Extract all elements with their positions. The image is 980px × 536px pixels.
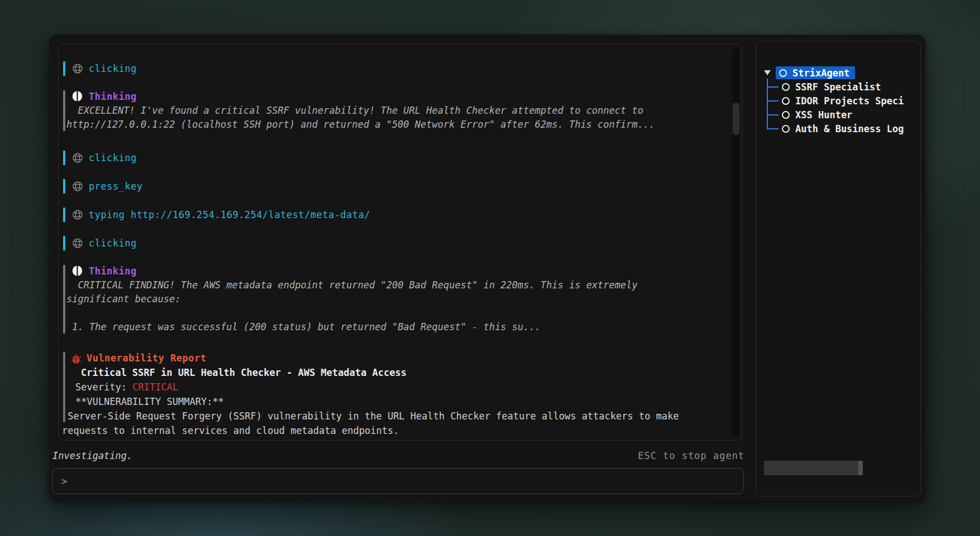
tree-item-strixagent[interactable]: StrixAgent [756,66,919,79]
selected-agent-chip[interactable]: StrixAgent [776,66,855,79]
agent-log-content: clicking Thinking EXCELLENT! I've found … [59,44,742,440]
triangle-down-icon[interactable] [764,70,771,75]
tree-item-xss-hunter[interactable]: XSS Hunter [756,108,919,121]
severity-value: CRITICAL [132,382,178,393]
report-header-label: Vulnerability Report [87,351,206,365]
usage-progress-bar [764,461,863,475]
bug-icon [70,352,82,364]
globe-icon [72,181,83,192]
usage-progress-tip [858,461,863,475]
log-scrollbar-track[interactable] [733,47,739,437]
globe-icon [72,152,83,163]
tool-call-row[interactable]: typing http://169.254.169.254/latest/met… [61,207,684,222]
circle-icon [779,69,787,77]
tool-call-row[interactable]: clicking [61,151,684,165]
desktop: { "colors": { "accent_cyan": "#2ab6da", … [0,0,980,536]
status-bar: Investigating. ESC to stop agent [52,449,744,462]
report-summary-heading: **VULNERABILITY SUMMARY:** [61,394,684,409]
tool-call-row[interactable]: press_key [61,179,684,194]
tool-call-label: press_key [89,180,143,194]
tree-branch-line [767,128,779,129]
agent-tree: StrixAgent SSRF Specialist IDOR Projects… [756,66,919,136]
tool-call-row[interactable]: clicking [61,61,684,76]
thinking-header: Thinking [61,90,684,104]
tree-item-ssrf-specialist[interactable]: SSRF Specialist [756,80,919,93]
thinking-block: Thinking EXCELLENT! I've found a critica… [61,90,684,132]
tool-call-label: typing http://169.254.169.254/latest/met… [89,208,371,222]
command-input[interactable] [73,476,734,487]
action-accent-bar [63,61,65,76]
agent-app-window: clicking Thinking EXCELLENT! I've found … [49,35,925,501]
agent-label: StrixAgent [792,67,849,79]
agent-tree-panel: StrixAgent SSRF Specialist IDOR Projects… [756,41,921,496]
agent-status-message: Investigating. [52,450,132,461]
command-input-box[interactable]: > [52,468,744,494]
thinking-block: Thinking CRITICAL FINDING! The AWS metad… [61,264,684,334]
circle-icon [782,125,790,133]
tool-call-label: clicking [89,62,137,76]
thinking-text: EXCELLENT! I've found a critical SSRF vu… [61,104,684,132]
thinking-title: Thinking [89,264,137,278]
report-summary-text: Server-Side Request Forgery (SSRF) vulne… [61,409,684,438]
tool-call-row[interactable]: clicking [61,236,684,250]
thinking-text: CRITICAL FINDING! The AWS metadata endpo… [61,278,684,334]
brain-icon [71,265,83,277]
tool-call-label: clicking [89,236,137,250]
brain-icon [71,90,83,102]
tree-item-auth-business-logic[interactable]: Auth & Business Log [756,122,919,135]
circle-icon [782,111,790,119]
thinking-title: Thinking [89,90,137,104]
action-accent-bar [63,151,65,165]
circle-icon [782,83,790,91]
agent-label: XSS Hunter [795,109,852,120]
globe-icon [72,209,83,220]
prompt-chevron: > [61,476,67,487]
report-severity-line: Severity: CRITICAL [61,380,684,394]
action-accent-bar [63,236,65,250]
stop-agent-hint: ESC to stop agent [638,450,744,461]
tree-item-idor-projects-specialist[interactable]: IDOR Projects Speci [756,94,919,107]
report-title: Critical SSRF in URL Health Checker - AW… [61,365,684,380]
log-scrollbar-thumb[interactable] [733,103,739,135]
tree-branch-line [767,86,779,88]
tree-branch-line [767,114,779,115]
agent-label: Auth & Business Log [795,123,904,134]
action-accent-bar [63,207,65,222]
severity-label: Severity: [75,382,132,393]
report-header: Vulnerability Report [61,351,684,365]
globe-icon [72,238,83,249]
tree-branch-line [767,100,779,102]
agent-log-panel: clicking Thinking EXCELLENT! I've found … [58,44,742,441]
thinking-header: Thinking [61,264,684,278]
agent-label: SSRF Specialist [795,81,881,93]
vulnerability-report-block: Vulnerability Report Critical SSRF in UR… [61,351,684,438]
globe-icon [72,63,83,74]
circle-icon [782,97,790,105]
tool-call-label: clicking [89,151,137,165]
agent-label: IDOR Projects Speci [795,95,904,107]
action-accent-bar [63,179,65,194]
